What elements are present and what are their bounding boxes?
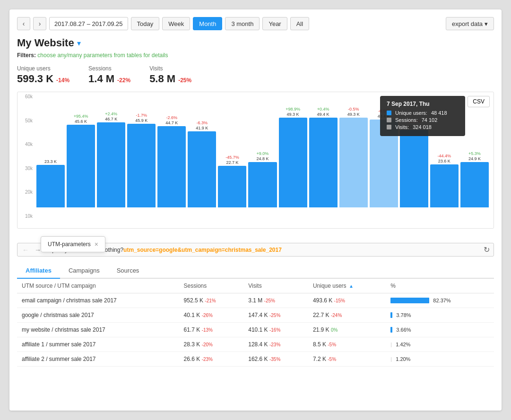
- progress-bar: [390, 312, 392, 318]
- bar: [248, 162, 277, 207]
- bar-label: 49.3 K: [347, 112, 360, 117]
- bar-group[interactable]: +2.4%46.7 K: [97, 111, 125, 207]
- bar: [188, 131, 216, 207]
- cell-source: google / christmas sale 2017: [17, 308, 179, 323]
- bar-label: 45.6 K: [75, 119, 87, 124]
- bar: [339, 118, 368, 207]
- today-btn[interactable]: Today: [131, 17, 160, 30]
- table-header-row: UTM source / UTM campaign Sessions Visit…: [17, 279, 494, 293]
- stat-visits: Visits 5.8 M -25%: [149, 65, 191, 85]
- bar: [127, 124, 156, 207]
- y-axis: 60k 50k 40k 30k 20k 10k: [17, 92, 35, 228]
- bar-group[interactable]: +0.4%49.4 K: [309, 107, 338, 207]
- month-btn[interactable]: Month: [193, 17, 222, 30]
- cell-users: 22.7 K -24%: [308, 308, 386, 323]
- stat-visits-change: -25%: [178, 77, 191, 84]
- bar-group[interactable]: +98.9%49.3 K: [279, 107, 307, 207]
- tab-campaigns[interactable]: Campaigns: [60, 263, 108, 279]
- bar-change: +0.4%: [317, 107, 329, 111]
- bar: [309, 118, 338, 207]
- bar-group[interactable]: +5.3%24.9 K: [460, 151, 489, 207]
- col-users[interactable]: Unique users ▲: [308, 279, 386, 293]
- table-row: google / christmas sale 2017 40.1 K -26%…: [17, 308, 494, 323]
- stat-unique-users-value: 599.3 K: [17, 73, 53, 85]
- bar: [157, 126, 186, 207]
- bar-change: +95.4%: [74, 114, 88, 119]
- bar: [36, 165, 65, 207]
- col-source: UTM source / UTM campaign: [17, 279, 179, 293]
- week-btn[interactable]: Week: [162, 17, 190, 30]
- bar-label: 41.9 K: [196, 126, 208, 130]
- bar-change: -44.4%: [438, 154, 451, 158]
- bar: [279, 118, 307, 207]
- bar-group[interactable]: -44.4%23.6 K: [430, 154, 459, 207]
- filters-link[interactable]: choose any/many parameters from tables f…: [37, 52, 168, 59]
- csv-button[interactable]: CSV: [468, 96, 490, 107]
- url-back-button[interactable]: ←: [21, 246, 30, 254]
- bar-label: 44.7 K: [165, 120, 178, 125]
- bar: [218, 166, 246, 207]
- bar-group[interactable]: -6.3%41.9 K: [188, 120, 216, 207]
- url-highlight: utm_source=google&utm_campaign=christmas…: [123, 247, 282, 253]
- export-button[interactable]: export data ▾: [446, 17, 494, 30]
- utm-close-button[interactable]: ×: [95, 240, 98, 248]
- bar-group[interactable]: 23.3 K: [36, 154, 65, 207]
- 3month-btn[interactable]: 3 month: [225, 17, 260, 30]
- next-nav-button[interactable]: ›: [33, 17, 46, 30]
- cell-users: 21.9 K 0%: [308, 323, 386, 337]
- bar-change: -45.7%: [225, 155, 239, 160]
- refresh-button[interactable]: ↻: [484, 245, 490, 254]
- url-text: http://mywebsite.com/clothing?utm_source…: [46, 247, 480, 253]
- stat-sessions-value: 1.4 M: [88, 73, 114, 85]
- cell-users: 8.5 K -5%: [308, 337, 386, 352]
- utm-url-wrapper: UTM-parameters × ← → http://mywebsite.co…: [17, 243, 494, 257]
- cell-pct: | 1.42%: [386, 337, 494, 352]
- progress-bar: [390, 327, 392, 333]
- bar-label: 24.9 K: [468, 156, 481, 161]
- cell-sessions: 26.6 K -23%: [179, 352, 244, 367]
- bar-group[interactable]: +9.0%24.8 K: [248, 151, 277, 207]
- bar: [97, 122, 125, 207]
- date-range: 2017.08.27 – 2017.09.25: [49, 17, 128, 30]
- cell-source: affiliate 1 / summer sale 2017: [17, 337, 179, 352]
- cell-visits: 410.1 K -16%: [243, 323, 308, 337]
- cell-source: my website / christmas sale 2017: [17, 323, 179, 337]
- utm-popup: UTM-parameters ×: [41, 236, 105, 252]
- bar: [67, 125, 95, 207]
- bar-group[interactable]: -2.6%44.7 K: [157, 115, 186, 207]
- year-btn[interactable]: Year: [262, 17, 287, 30]
- stat-visits-label: Visits: [149, 65, 191, 72]
- bar: [460, 162, 489, 207]
- bar-group[interactable]: -0.5%49.3 K: [339, 107, 368, 207]
- pct-text: 1.20%: [396, 356, 410, 362]
- cell-source: affiliate 2 / summer sale 2017: [17, 352, 179, 367]
- cell-visits: 3.1 M -25%: [243, 293, 308, 308]
- prev-nav-button[interactable]: ‹: [17, 17, 30, 30]
- bar-group[interactable]: +95.4%45.6 K: [67, 114, 95, 207]
- pct-text: 3.78%: [396, 312, 411, 318]
- stat-unique-users: Unique users 599.3 K -14%: [17, 65, 69, 85]
- tab-affiliates[interactable]: Affiliates: [17, 263, 60, 279]
- top-bar: ‹ › 2017.08.27 – 2017.09.25 Today Week M…: [17, 17, 494, 30]
- main-container: ‹ › 2017.08.27 – 2017.09.25 Today Week M…: [9, 9, 502, 411]
- tooltip-row-sessions: Sessions: 74 102: [387, 117, 459, 123]
- bar-group[interactable]: -45.7%22.7 K: [218, 155, 246, 207]
- tab-sources[interactable]: Sources: [108, 263, 148, 279]
- chart-tooltip: 7 Sep 2017, Thu Unique users: 48 418 Ses…: [380, 96, 465, 136]
- all-btn[interactable]: All: [290, 17, 309, 30]
- bar-change: +2.4%: [105, 111, 117, 116]
- tooltip-dot-sessions: [387, 118, 391, 122]
- table-row: affiliate 2 / summer sale 2017 26.6 K -2…: [17, 352, 494, 367]
- cell-sessions: 952.5 K -21%: [179, 293, 244, 308]
- table-wrapper: UTM source / UTM campaign Sessions Visit…: [17, 279, 494, 367]
- tooltip-dot-visits: [387, 125, 391, 129]
- bar-group[interactable]: -1.7%45.9 K: [127, 113, 156, 207]
- cell-visits: 128.4 K -23%: [243, 337, 308, 352]
- stat-unique-users-change: -14%: [56, 77, 69, 84]
- bar-label: 46.7 K: [105, 117, 117, 121]
- tooltip-title: 7 Sep 2017, Thu: [387, 101, 459, 107]
- title-dropdown-icon[interactable]: ▾: [77, 39, 81, 48]
- stat-sessions-label: Sessions: [88, 65, 130, 72]
- bar-label: 23.3 K: [44, 159, 57, 164]
- col-pct: %: [386, 279, 494, 293]
